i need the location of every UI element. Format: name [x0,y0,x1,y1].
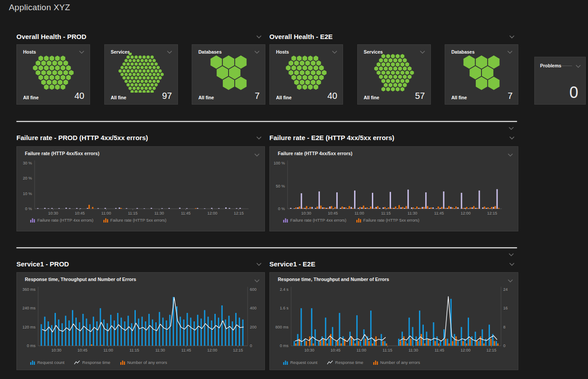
hexagon [134,76,138,80]
hexagon [303,56,308,61]
hexagon [50,84,55,90]
health-tile-prod-hosts[interactable]: HostsAll fine40 [16,44,90,105]
hexagon [124,73,127,76]
hexagon [44,56,49,61]
legend-item[interactable]: Failure rate (HTTP 5xx errors) [356,218,420,223]
legend-item[interactable]: Request count [283,360,317,365]
hexagon [140,73,143,76]
chevron-down-icon[interactable] [332,51,337,54]
hexagon [142,83,146,86]
hexagon [308,75,313,80]
hexagon [142,62,146,66]
legend-label: Failure rate (HTTP 4xx errors) [37,218,94,223]
hexagon [470,66,481,79]
hexagon [144,79,147,83]
svg-text:11:45: 11:45 [181,211,191,215]
health-tile-e2e-databases[interactable]: DatabasesAll fine7 [445,44,518,105]
hexagon [400,62,404,66]
hexagon [316,70,321,75]
health-tile-prod-services[interactable]: ServicesAll fine97 [104,44,178,105]
legend-item[interactable]: Response time [327,360,363,365]
hexagon [58,70,63,75]
hexagon [391,70,395,75]
hexagon [297,65,302,70]
hexagon [55,56,60,61]
hexagon [395,62,399,66]
hexagon [393,66,397,71]
chevron-down-icon[interactable] [420,51,425,54]
hexagon [120,66,123,69]
hexagon [134,62,138,66]
hexagon [47,60,51,66]
hexagon [132,73,135,76]
chart-tile-service-e2e[interactable]: Response time, Throughput and Number of … [269,272,518,370]
svg-text:11:15: 11:15 [381,211,391,215]
hexagon [319,65,324,70]
chevron-down-icon[interactable] [509,133,515,141]
chevron-down-icon[interactable] [507,51,513,54]
health-tile-prod-databases[interactable]: DatabasesAll fine7 [192,44,265,105]
hexagon [288,60,293,66]
svg-text:0 ms: 0 ms [280,344,288,348]
hexagon [393,74,397,79]
hexagon [322,70,327,75]
section-header-failure-e2e: Failure rate - E2E (HTTP 4xx/5xx errors) [269,133,515,142]
chevron-down-icon[interactable] [254,51,260,54]
legend-item[interactable]: Response time [74,360,110,365]
hexagon [393,58,397,63]
chevron-down-icon[interactable] [509,260,515,268]
legend-label: Response time [335,360,363,365]
hexagon [311,60,316,66]
chevron-down-icon[interactable] [167,51,172,54]
hexagon [217,66,228,79]
hexagon [136,79,139,83]
chevron-down-icon[interactable] [576,62,581,70]
hexagon [158,76,162,80]
hexagon [138,55,142,59]
hexagon [154,62,158,66]
hexagon [55,65,60,70]
svg-text:11:45: 11:45 [182,348,191,352]
hexagon [136,66,139,69]
legend-item[interactable]: Number of any errors [120,360,167,365]
chart-tile-failure-e2e[interactable]: Failure rate (HTTP 4xx/5xx errors)0 %50 … [269,146,518,231]
hexagon [63,70,68,75]
hexagon [395,79,399,83]
chevron-down-icon[interactable] [256,133,262,141]
chevron-down-icon[interactable] [256,260,262,268]
hexagon [300,60,304,66]
health-tile-e2e-hosts[interactable]: HostsAll fine40 [269,44,343,105]
problems-tile[interactable]: Problems 0 [534,57,586,105]
hexagon [130,83,134,86]
section-header-failure-prod: Failure rate - PROD (HTTP 4xx/5xx errors… [16,133,262,142]
legend-item[interactable]: Failure rate (HTTP 4xx errors) [283,218,347,223]
legend-label: Request count [37,360,64,365]
chart-plot-svg: 0 ms800 ms1.6 s2.4 s08162410:3010:4511:0… [270,273,518,370]
legend-item[interactable]: Failure rate (HTTP 5xx errors) [103,218,167,223]
legend-item[interactable]: Number of any errors [373,360,420,365]
chevron-down-icon[interactable] [509,32,515,40]
chart-tile-service-prod[interactable]: Response time, Throughput and Number of … [16,272,265,370]
legend-item[interactable]: Failure rate (HTTP 4xx errors) [30,218,94,223]
hexagon [128,79,131,83]
chart-tile-failure-prod[interactable]: Failure rate (HTTP 4xx/5xx errors)0 %10 … [16,146,265,231]
svg-text:50 %: 50 % [276,184,285,188]
chevron-down-icon[interactable] [509,124,514,132]
chevron-down-icon[interactable] [256,32,262,40]
hexagon [142,69,146,73]
tile-label: Problems [540,63,561,68]
chart-legend: Request countResponse timeNumber of any … [30,360,167,365]
chevron-down-icon[interactable] [79,51,84,54]
section-title: Overall Health - E2E [269,33,333,40]
svg-text:12:00: 12:00 [461,348,471,352]
svg-text:800 ms: 800 ms [275,325,288,329]
legend-item[interactable]: Request count [30,360,64,365]
health-tile-e2e-services[interactable]: ServicesAll fine57 [357,44,431,105]
hexagon [124,59,127,63]
chevron-down-icon[interactable] [509,250,514,258]
hexagon [391,87,395,91]
hexagon [58,80,63,85]
hexagon [374,66,378,71]
hexagon [154,83,158,86]
section-title: Failure rate - PROD (HTTP 4xx/5xx errors… [16,134,148,141]
